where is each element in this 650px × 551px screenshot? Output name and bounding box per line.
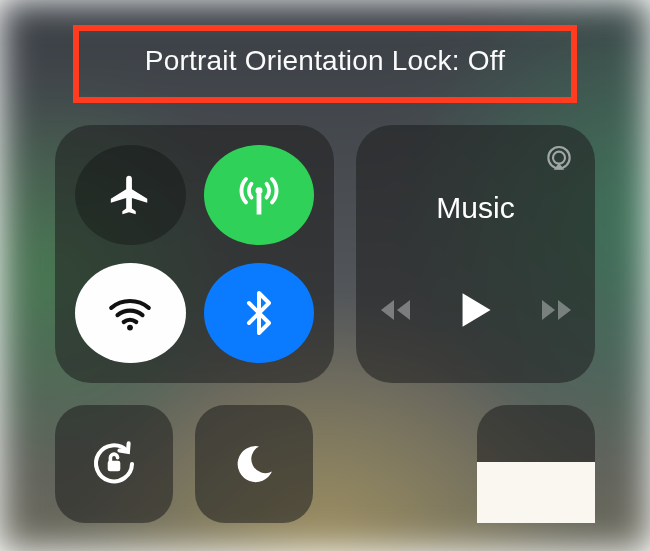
- wifi-icon: [105, 288, 155, 338]
- bluetooth-toggle[interactable]: [204, 263, 315, 363]
- airplane-icon: [107, 172, 153, 218]
- fast-forward-button[interactable]: [539, 296, 575, 324]
- airplay-icon[interactable]: [543, 143, 575, 175]
- do-not-disturb-toggle[interactable]: [195, 405, 313, 523]
- cellular-data-toggle[interactable]: [204, 145, 315, 245]
- svg-point-0: [255, 187, 262, 194]
- top-row: Music: [55, 125, 595, 383]
- bluetooth-icon: [235, 289, 283, 337]
- control-center: Portrait Orientation Lock: Off: [0, 0, 650, 551]
- playback-controls: [377, 291, 575, 329]
- rewind-button[interactable]: [377, 296, 413, 324]
- moon-icon: [230, 440, 278, 488]
- cellular-antenna-icon: [233, 169, 285, 221]
- play-button[interactable]: [459, 291, 493, 329]
- brightness-fill: [477, 462, 595, 523]
- orientation-lock-status-banner: Portrait Orientation Lock: Off: [73, 25, 577, 103]
- svg-point-4: [553, 152, 565, 164]
- orientation-lock-toggle[interactable]: [55, 405, 173, 523]
- music-panel[interactable]: Music: [356, 125, 595, 383]
- bottom-row: [55, 405, 595, 523]
- orientation-lock-icon: [87, 437, 141, 491]
- wifi-toggle[interactable]: [75, 263, 186, 363]
- svg-point-2: [127, 325, 133, 331]
- airplane-mode-toggle[interactable]: [75, 145, 186, 245]
- orientation-lock-status-text: Portrait Orientation Lock: Off: [145, 45, 505, 76]
- connectivity-panel: [55, 125, 334, 383]
- brightness-slider[interactable]: [477, 405, 595, 523]
- music-title: Music: [436, 191, 514, 225]
